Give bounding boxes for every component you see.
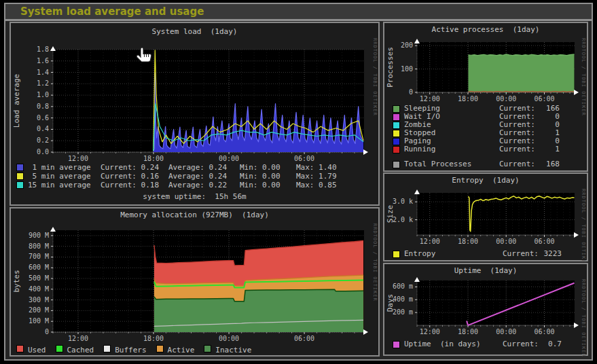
svg-text:1.6: 1.6 xyxy=(37,57,49,65)
legend-text: Uptime (in days) xyxy=(404,340,503,348)
page: { "window": { "title": "System load aver… xyxy=(0,0,597,364)
memory-chart[interactable]: 0100 M200 M300 M400 M500 M600 M700 M800 … xyxy=(11,218,378,343)
monitorix-window: System load average and usage System loa… xyxy=(4,3,593,361)
svg-text:00:00: 00:00 xyxy=(496,95,516,103)
legend-text: Current: xyxy=(503,250,539,258)
legend-text: 0.7 xyxy=(539,340,562,348)
rrdtool-watermark: RRDTOOL / TOBI OETIKER xyxy=(372,223,378,302)
legend-swatch xyxy=(393,161,400,168)
legend-row: Uptime (in days)Current:0.7 xyxy=(384,340,587,348)
processes-chart[interactable]: 010020012:0018:0000:0006:00Processes xyxy=(384,33,587,105)
legend-text: Max: 1.40 xyxy=(296,163,357,172)
legend-text: Max: 0.85 xyxy=(296,181,357,189)
svg-text:500 M: 500 M xyxy=(29,274,49,282)
legend-text: Average: 0.22 xyxy=(168,181,240,189)
legend-text: Active xyxy=(168,346,195,354)
svg-text:2.0 k: 2.0 k xyxy=(393,216,413,223)
entropy-chart[interactable]: 2.0 k3.0 k12:0018:0000:0006:00Size xyxy=(384,183,587,250)
svg-text:00:00: 00:00 xyxy=(496,238,516,245)
legend-text: 1 xyxy=(535,145,560,153)
svg-text:Size: Size xyxy=(386,205,395,223)
legend-swatch xyxy=(393,113,400,121)
svg-text:06:00: 06:00 xyxy=(294,155,314,162)
processes-legend: SleepingCurrent:166Wait I/OCurrent:0Zomb… xyxy=(384,105,587,168)
uptime-title: Uptime (1day) xyxy=(384,264,587,274)
legend-swatch xyxy=(204,345,211,352)
svg-text:00:00: 00:00 xyxy=(496,328,516,335)
system-uptime-footer: system uptime: 15h 56m xyxy=(11,189,378,201)
legend-text: Average: 0.24 xyxy=(168,163,240,172)
legend-item: Used xyxy=(16,346,46,354)
uptime-panel: Uptime (1day) 200 m400 m600 m12:0018:000… xyxy=(383,263,588,356)
legend-text: Entropy xyxy=(404,250,503,258)
svg-text:1.4: 1.4 xyxy=(37,69,49,76)
svg-text:0.2: 0.2 xyxy=(37,136,49,144)
svg-text:3.0 k: 3.0 k xyxy=(393,198,413,205)
legend-text: Total Processes xyxy=(404,160,499,168)
legend-text: Current: xyxy=(499,145,535,153)
svg-text:12:00: 12:00 xyxy=(68,155,88,162)
legend-text: Current: xyxy=(503,340,539,348)
svg-text:00:00: 00:00 xyxy=(219,155,239,162)
legend-text: 5 min average xyxy=(28,172,101,181)
svg-text:0: 0 xyxy=(409,88,413,96)
memory-allocation-panel: Memory allocation (927MB) (1day) 0100 M2… xyxy=(10,207,380,357)
uptime-chart[interactable]: 200 m400 m600 m12:0018:0000:0006:00Days xyxy=(384,274,587,340)
svg-text:06:00: 06:00 xyxy=(534,238,554,245)
rrdtool-watermark: RRDTOOL / TOBI OETIKER xyxy=(372,38,378,116)
memory-title: Memory allocation (927MB) (1day) xyxy=(11,208,378,218)
svg-text:0.0: 0.0 xyxy=(37,148,49,156)
svg-text:300 M: 300 M xyxy=(29,296,49,304)
legend-item: Cached xyxy=(56,346,94,354)
svg-text:1.0: 1.0 xyxy=(37,91,49,98)
svg-text:0.4: 0.4 xyxy=(37,125,49,132)
system-load-panel: System load (1day) 0.00.20.40.60.81.01.2… xyxy=(10,22,380,206)
legend-text: Inactive xyxy=(215,346,251,354)
svg-text:12:00: 12:00 xyxy=(420,328,440,335)
legend-text: Current: 0.16 xyxy=(101,172,168,181)
svg-text:18:00: 18:00 xyxy=(458,238,478,245)
svg-text:00:00: 00:00 xyxy=(219,335,239,342)
legend-swatch xyxy=(103,345,111,352)
legend-text: Min: 0.00 xyxy=(240,181,296,189)
entropy-title: Entropy (1day) xyxy=(384,174,587,183)
legend-swatch xyxy=(393,122,400,129)
legend-swatch xyxy=(16,164,24,171)
svg-text:06:00: 06:00 xyxy=(294,335,314,342)
legend-row: 1 min averageCurrent: 0.24Average: 0.24M… xyxy=(11,163,378,172)
svg-text:18:00: 18:00 xyxy=(458,328,478,335)
svg-text:100: 100 xyxy=(401,65,413,73)
legend-item: Active xyxy=(156,346,195,354)
legend-text: Used xyxy=(28,346,46,354)
legend-text: Running xyxy=(404,145,499,153)
page-title: System load average and usage xyxy=(5,4,592,19)
active-processes-panel: Active processes (1day) 010020012:0018:0… xyxy=(383,22,588,172)
legend-text: 3223 xyxy=(539,250,562,258)
legend-swatch xyxy=(56,345,63,352)
legend-swatch xyxy=(393,130,400,137)
svg-text:1.2: 1.2 xyxy=(37,79,49,87)
svg-text:0.8: 0.8 xyxy=(37,103,49,110)
memory-legend: UsedCachedBuffersActiveInactive xyxy=(11,343,378,354)
legend-text: Current: 0.18 xyxy=(101,181,168,189)
legend-item: Inactive xyxy=(204,346,251,354)
system-load-chart[interactable]: 0.00.20.40.60.81.01.21.41.61.812:0018:00… xyxy=(11,37,378,163)
svg-text:400 M: 400 M xyxy=(29,285,49,293)
svg-text:0: 0 xyxy=(45,328,49,335)
svg-text:0.6: 0.6 xyxy=(37,114,49,122)
entropy-panel: Entropy (1day) 2.0 k3.0 k12:0018:0000:00… xyxy=(383,172,588,261)
svg-text:06:00: 06:00 xyxy=(534,95,554,103)
legend-text: Buffers xyxy=(115,346,146,354)
system-load-legend: 1 min averageCurrent: 0.24Average: 0.24M… xyxy=(11,163,378,189)
svg-text:12:00: 12:00 xyxy=(420,238,440,245)
legend-text: Average: 0.24 xyxy=(168,172,240,181)
legend-text: Current: 0.24 xyxy=(101,163,168,172)
svg-text:12:00: 12:00 xyxy=(68,335,88,342)
legend-swatch xyxy=(393,251,400,258)
processes-title: Active processes (1day) xyxy=(384,23,587,33)
rrdtool-watermark: RRDTOOL / TOBI OETIKER xyxy=(581,189,586,267)
svg-text:900 M: 900 M xyxy=(29,232,49,239)
legend-row: 15 min averageCurrent: 0.18Average: 0.22… xyxy=(11,181,378,189)
legend-text: 15 min average xyxy=(28,181,101,189)
svg-text:Processes: Processes xyxy=(386,47,395,88)
